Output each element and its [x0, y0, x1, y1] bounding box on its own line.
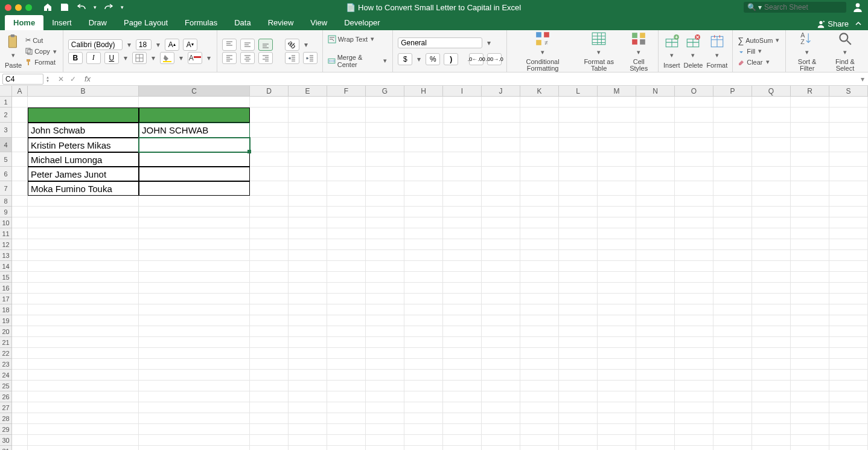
cell-G21[interactable]: [366, 337, 404, 348]
cell-D11[interactable]: [250, 228, 289, 239]
cell-R30[interactable]: [791, 435, 829, 446]
cell-B31[interactable]: [28, 446, 139, 450]
cell-B30[interactable]: [28, 435, 139, 446]
cell-B21[interactable]: [28, 337, 139, 348]
cell-E9[interactable]: [289, 207, 327, 217]
underline-button[interactable]: U: [104, 52, 119, 64]
decrease-indent-button[interactable]: [285, 52, 299, 64]
save-icon[interactable]: [60, 2, 69, 12]
cell-C7[interactable]: [139, 181, 250, 196]
cell-O24[interactable]: [675, 370, 713, 381]
cell-L14[interactable]: [559, 261, 598, 272]
cell-G31[interactable]: [366, 446, 404, 450]
cell-I11[interactable]: [443, 228, 482, 239]
cell-H23[interactable]: [404, 359, 443, 370]
cell-R21[interactable]: [791, 337, 829, 348]
cell-S15[interactable]: [829, 272, 868, 283]
row-header-25[interactable]: 25: [0, 381, 12, 391]
cell-K18[interactable]: [520, 304, 559, 315]
cell-G14[interactable]: [366, 261, 404, 272]
cell-S18[interactable]: [829, 304, 868, 315]
cell-C9[interactable]: [139, 207, 250, 217]
cell-F6[interactable]: [327, 167, 366, 181]
cell-I31[interactable]: [443, 446, 482, 450]
cell-I22[interactable]: [443, 348, 482, 359]
cell-K4[interactable]: [520, 138, 559, 152]
cell-L4[interactable]: [559, 138, 598, 152]
cell-B6[interactable]: Peter James Junot: [28, 167, 139, 181]
cell-P2[interactable]: [713, 108, 752, 123]
cell-Q26[interactable]: [752, 391, 791, 402]
cell-B13[interactable]: [28, 250, 139, 261]
cell-P18[interactable]: [713, 304, 752, 315]
cell-P19[interactable]: [713, 315, 752, 326]
cell-Q3[interactable]: [752, 123, 791, 138]
cell-H11[interactable]: [404, 228, 443, 239]
cell-F3[interactable]: [327, 123, 366, 138]
column-header-M[interactable]: M: [598, 86, 636, 97]
cell-I1[interactable]: [443, 97, 482, 108]
cell-O12[interactable]: [675, 239, 713, 250]
cell-L11[interactable]: [559, 228, 598, 239]
cell-H12[interactable]: [404, 239, 443, 250]
cell-O5[interactable]: [675, 152, 713, 167]
cell-E28[interactable]: [289, 413, 327, 424]
cell-B22[interactable]: [28, 348, 139, 359]
cell-O27[interactable]: [675, 402, 713, 413]
cell-A22[interactable]: [12, 348, 28, 359]
cell-K31[interactable]: [520, 446, 559, 450]
row-header-4[interactable]: 4: [0, 138, 12, 152]
cell-B5[interactable]: Michael Lumonga: [28, 152, 139, 167]
row-header-18[interactable]: 18: [0, 304, 12, 315]
cell-L9[interactable]: [559, 207, 598, 217]
row-header-24[interactable]: 24: [0, 370, 12, 381]
cell-M23[interactable]: [598, 359, 636, 370]
cell-B24[interactable]: [28, 370, 139, 381]
cell-N6[interactable]: [636, 167, 675, 181]
cell-S13[interactable]: [829, 250, 868, 261]
cell-E7[interactable]: [289, 181, 327, 196]
cell-M16[interactable]: [598, 283, 636, 294]
cell-E18[interactable]: [289, 304, 327, 315]
expand-formula-bar[interactable]: ▾: [857, 75, 868, 83]
cell-N12[interactable]: [636, 239, 675, 250]
cell-K24[interactable]: [520, 370, 559, 381]
cell-I27[interactable]: [443, 402, 482, 413]
cell-A4[interactable]: [12, 138, 28, 152]
cell-J5[interactable]: [482, 152, 520, 167]
cell-O26[interactable]: [675, 391, 713, 402]
cell-J4[interactable]: [482, 138, 520, 152]
cell-H13[interactable]: [404, 250, 443, 261]
cell-Q20[interactable]: [752, 326, 791, 337]
fill-color-dropdown[interactable]: ▾: [178, 53, 184, 63]
row-header-30[interactable]: 30: [0, 435, 12, 446]
cell-N28[interactable]: [636, 413, 675, 424]
cell-D22[interactable]: [250, 348, 289, 359]
cell-B8[interactable]: [28, 196, 139, 207]
cell-R22[interactable]: [791, 348, 829, 359]
cell-D31[interactable]: [250, 446, 289, 450]
cell-B9[interactable]: [28, 207, 139, 217]
cell-S6[interactable]: [829, 167, 868, 181]
cell-K7[interactable]: [520, 181, 559, 196]
cell-G11[interactable]: [366, 228, 404, 239]
cell-G27[interactable]: [366, 402, 404, 413]
cell-G17[interactable]: [366, 294, 404, 304]
row-header-1[interactable]: 1: [0, 97, 12, 108]
conditional-dropdown[interactable]: ▾: [540, 48, 546, 57]
cell-L29[interactable]: [559, 424, 598, 435]
cell-D14[interactable]: [250, 261, 289, 272]
cell-P24[interactable]: [713, 370, 752, 381]
cell-B3[interactable]: John Schwab: [28, 123, 139, 138]
cell-C3[interactable]: JOHN SCHWAB: [139, 123, 250, 138]
column-header-O[interactable]: O: [675, 86, 713, 97]
cell-B4[interactable]: Kristin Peters Mikas: [28, 138, 139, 152]
cell-N27[interactable]: [636, 402, 675, 413]
cell-B27[interactable]: [28, 402, 139, 413]
cell-J13[interactable]: [482, 250, 520, 261]
cell-C6[interactable]: [139, 167, 250, 181]
cell-Q12[interactable]: [752, 239, 791, 250]
cell-S17[interactable]: [829, 294, 868, 304]
row-header-27[interactable]: 27: [0, 402, 12, 413]
cell-N7[interactable]: [636, 181, 675, 196]
